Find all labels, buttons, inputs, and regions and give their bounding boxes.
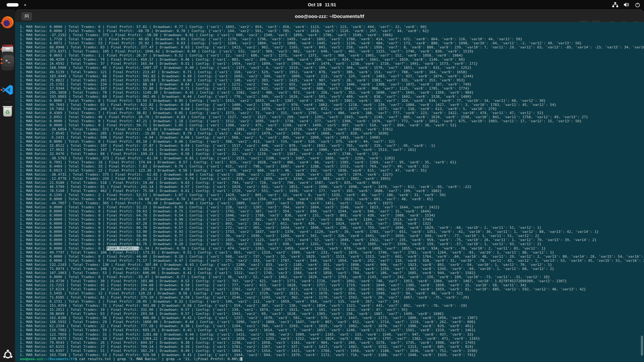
terminal-line: 1. MAR Ratio: 0.0000 | Total Trades: 0 |…	[20, 209, 644, 213]
ubuntu-logo-icon	[2, 349, 14, 362]
terminal-line: 1. MAR Ratio: -37.2192 | Total Trades: 3…	[20, 33, 644, 37]
terminal-line: 1. MAR Ratio: 168.5966 | Total Trades: 4…	[20, 66, 644, 70]
terminal-line: 1. MAR Ratio: 0.0693 | Total Trades: 1 |…	[20, 53, 644, 58]
terminal-line: 1. MAR Ratio: 0.0000 | Total Trades: 0 |…	[20, 246, 644, 250]
terminal-line: 1. MAR Ratio: -38.5763 | Total Trades: 3…	[20, 156, 644, 160]
terminal-line: 1. MAR Ratio: 49.7797 | Total Trades: 10…	[20, 250, 644, 255]
network-icon	[612, 2, 618, 7]
trash-icon: ♻	[3, 105, 13, 117]
terminal-line: 1. MAR Ratio: 139.0375 | Total Trades: 3…	[20, 337, 644, 341]
terminal-line: 1. MAR Ratio: 17.6224 | Total Trades: 34…	[20, 287, 644, 291]
terminal-line: 1. MAR Ratio: 0.4389 | Total Trades: 7 |…	[20, 111, 644, 115]
terminal-line: 1. MAR Ratio: 16.4592 | Total Trades: 37…	[20, 62, 644, 66]
terminal-line: 1. MAR Ratio: 1.7728 | Total Trades: 22 …	[20, 37, 644, 41]
terminal-line: 1. MAR Ratio: 0.0000 | Total Trades: 0 |…	[20, 217, 644, 222]
terminal-line: 1. MAR Ratio: 3.5495 | Total Trades: 12 …	[20, 291, 644, 295]
terminal-line: 1. MAR Ratio: 0.1731 | Total Trades: 2 |…	[20, 299, 644, 304]
terminal-line: 1. MAR Ratio: 373.0371 | Total Trades: 1…	[20, 49, 644, 53]
terminal-line: 1. MAR Ratio: 4.0972 | Total Trades: 53 …	[20, 41, 644, 45]
terminal-line: 1. MAR Ratio: 6.7091 | Total Trades: 16 …	[20, 160, 644, 164]
terminal-viewport[interactable]: 1. MAR Ratio: 0.0000 | Total Trades: 0 |…	[15, 22, 644, 362]
terminal-line: 1. MAR Ratio: -39.6854 | Total Trades: 3…	[20, 127, 644, 131]
terminal-line: 1. MAR Ratio: 0.1345 | Total Trades: 2 |…	[20, 193, 644, 197]
terminal-line: 1. MAR Ratio: 166.5932 | Total Trades: 2…	[20, 320, 644, 324]
terminal-line: 1. MAR Ratio: 6.6923 | Total Trades: 22 …	[20, 168, 644, 173]
terminal-line: 1. MAR Ratio: -5.1431 | Total Trades: 50…	[20, 135, 644, 140]
command-text: cat results.txt | grep '1. MAR Ratio:' |…	[79, 357, 240, 361]
terminal-line: 1. MAR Ratio: 122.7059 | Total Trades: 3…	[20, 332, 644, 337]
prompt-user: ooo@ooo-zzz	[20, 357, 43, 361]
scrollbar-thumb[interactable]	[641, 336, 643, 356]
terminal-output: 1. MAR Ratio: 0.0000 | Total Trades: 0 |…	[20, 25, 644, 357]
terminal-line: 1. MAR Ratio: 71.8074 | Total Trades: 14…	[20, 267, 644, 271]
terminal-line: 1. MAR Ratio: 2.0452 | Total Trades: 46 …	[20, 115, 644, 119]
terminal-line: 1. MAR Ratio: 43.0397 | Total Trades: 51…	[20, 349, 644, 353]
terminal-line: 1. MAR Ratio: 0.0000 | Total Trades: 0 |…	[20, 25, 644, 29]
terminal-line: 1. MAR Ratio: 132.2103 | Total Trades: 1…	[20, 263, 644, 267]
selected-text: Final Profit: -	[107, 246, 138, 250]
terminal-line: 1. MAR Ratio: 0.0000 | Total Trades: 0 |…	[20, 29, 644, 33]
terminal-line: 1. MAR Ratio: 99.7603 | Total Trades: 63…	[20, 103, 644, 107]
dock-item-terminal-focused[interactable]: >_	[0, 52, 15, 72]
terminal-window: ooo@ooo-zzz: ~/Documents/tf ✕ 1. MAR Rat…	[15, 9, 644, 362]
terminal-line: 1. MAR Ratio: 107.1063 | Total Trades: 5…	[20, 271, 644, 275]
terminal-line: 1. MAR Ratio: 17.9032 | Total Trades: 14…	[20, 148, 644, 152]
terminal-line: 1. MAR Ratio: -12.0778 | Total Trades: 2…	[20, 177, 644, 181]
terminal-line: 1. MAR Ratio: -7.8545 | Total Trades: 28…	[20, 131, 644, 135]
headerbar[interactable]: ooo@ooo-zzz: ~/Documents/tf ✕	[15, 9, 644, 22]
prompt-colon: :	[43, 357, 45, 361]
dock-separator	[3, 101, 12, 102]
dock-item-trash[interactable]: ♻	[0, 105, 15, 118]
terminal-line: 1. MAR Ratio: 0.0000 | Total Trades: 0 |…	[20, 230, 644, 234]
dock-item-vscode[interactable]	[0, 84, 15, 97]
terminal-line: 1. MAR Ratio: 75.8822 | Total Trades: 20…	[20, 78, 644, 82]
volume-icon	[624, 2, 630, 7]
show-apps-button[interactable]	[1, 348, 14, 362]
terminal-line: 1. MAR Ratio: 0.0000 | Total Trades: 0 |…	[20, 242, 644, 246]
terminal-line: 1. MAR Ratio: 0.0000 | Total Trades: 0 |…	[20, 140, 644, 144]
prompt-path: ~/Documents/tf	[45, 357, 75, 361]
clock-date: Oct 19	[308, 2, 322, 7]
terminal-line: 1. MAR Ratio: 0.0000 | Total Trades: 0 |…	[20, 275, 644, 279]
terminal-line: 1. MAR Ratio: -38.4731 | Total Trades: 3…	[20, 173, 644, 177]
terminal-line: 1. MAR Ratio: 183.9445 | Total Trades: 6…	[20, 74, 644, 78]
terminal-line: 1. MAR Ratio: 0.0000 | Total Trades: 0 |…	[20, 226, 644, 230]
window-title: ooo@ooo-zzz: ~/Documents/tf	[15, 10, 644, 22]
terminal-line: 1. MAR Ratio: 67.6155 | Total Trades: 27…	[20, 345, 644, 349]
terminal-line: 1. MAR Ratio: 193.8803 | Total Trades: 6…	[20, 95, 644, 99]
terminal-line: 1. MAR Ratio: 0.0000 | Total Trades: 0 |…	[20, 255, 644, 259]
terminal-line: 1. MAR Ratio: 78.5100 | Total Trades: 46…	[20, 189, 644, 193]
terminal-line: 1. MAR Ratio: 295.3858 | Total Trades: 7…	[20, 90, 644, 95]
top-bar: Oct 19 11:51	[0, 0, 644, 9]
terminal-line: 1. MAR Ratio: 0.0000 | Total Trades: 0 |…	[20, 259, 644, 263]
terminal-line: 1. MAR Ratio: 19.7402 | Total Trades: 24…	[20, 107, 644, 111]
terminal-line: 1. MAR Ratio: 49.5139 | Total Trades: 12…	[20, 70, 644, 74]
terminal-line: 1. MAR Ratio: 71.6585 | Total Trades: 81…	[20, 295, 644, 299]
prompt-line: ooo@ooo-zzz:~/Documents/tf$ cat results.…	[20, 357, 644, 361]
terminal-line: 1. MAR Ratio: 116.7962 | Total Trades: 5…	[20, 328, 644, 332]
terminal-line: 1. MAR Ratio: 0.0000 | Total Trades: 0 |…	[20, 197, 644, 201]
terminal-line: 1. MAR Ratio: 162.8186 | Total Trades: 5…	[20, 316, 644, 320]
terminal-line: 1. MAR Ratio: 79.9543 | Total Trades: 26…	[20, 341, 644, 345]
terminal-line: 1. MAR Ratio: 68.0948 | Total Trades: 83…	[20, 45, 644, 49]
text-cursor	[240, 357, 242, 361]
dock: >_ ♻	[0, 9, 15, 362]
terminal-line: 1. MAR Ratio: 0.0000 | Total Trades: 0 |…	[20, 234, 644, 238]
terminal-line: 1. MAR Ratio: 163.7509 | Total Trades: 5…	[20, 353, 644, 357]
firefox-icon	[2, 16, 14, 28]
terminal-line: 1. MAR Ratio: 0.0000 | Total Trades: 0 |…	[20, 205, 644, 209]
terminal-icon: >_	[3, 55, 14, 66]
dock-item-firefox[interactable]	[0, 16, 15, 30]
terminal-line: 1. MAR Ratio: 0.0000 | Total Trades: 0 |…	[20, 99, 644, 103]
terminal-line: 1. MAR Ratio: 62.2334 | Total Trades: 22…	[20, 324, 644, 328]
terminal-line: 1. MAR Ratio: 46.5709 | Total Trades: 81…	[20, 185, 644, 189]
terminal-line: 1. MAR Ratio: 14.4730 | Total Trades: 30…	[20, 279, 644, 283]
clock[interactable]: Oct 19 11:51	[0, 0, 644, 9]
terminal-line: 1. MAR Ratio: 17.9344 | Total Trades: 16…	[20, 86, 644, 90]
terminal-line: 1. MAR Ratio: 0.0000 | Total Trades: 0 |…	[20, 213, 644, 217]
system-status-area[interactable]	[612, 0, 640, 9]
terminal-line: 1. MAR Ratio: 32.9476 | Total Trades: 68…	[20, 152, 644, 156]
terminal-line: 1. MAR Ratio: 98.4250 | Total Trades: 74…	[20, 58, 644, 62]
terminal-line: 1. MAR Ratio: 0.0000 | Total Trades: 0 |…	[20, 238, 644, 242]
running-indicator	[1, 62, 3, 64]
